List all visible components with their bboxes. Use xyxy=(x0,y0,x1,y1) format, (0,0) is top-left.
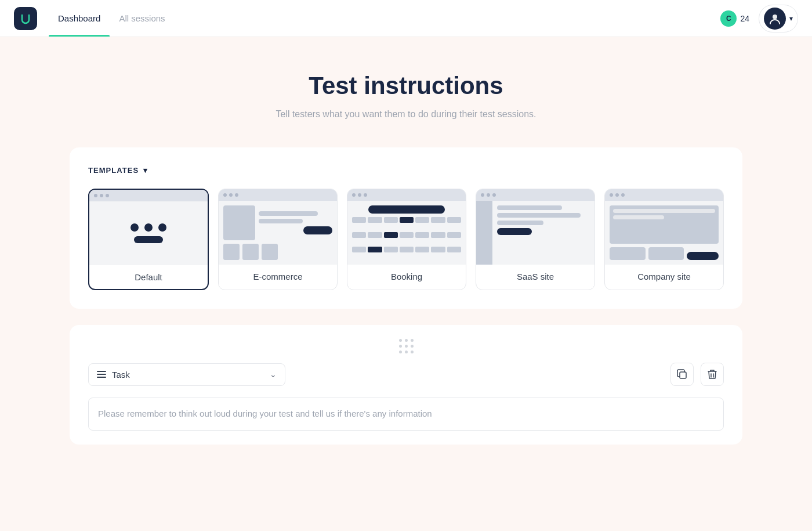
browser-dot xyxy=(492,193,496,197)
hb-line xyxy=(97,374,106,375)
booking-cell xyxy=(415,247,429,252)
booking-cell xyxy=(431,232,445,238)
booking-cell xyxy=(400,247,414,252)
browser-dot xyxy=(235,193,238,197)
booking-cell xyxy=(368,217,382,223)
drag-dot xyxy=(405,339,408,342)
template-item-default[interactable]: Default xyxy=(88,189,209,290)
ecom-line xyxy=(259,219,303,223)
big-dot xyxy=(158,223,166,232)
templates-chevron-icon: ▾ xyxy=(143,166,148,175)
templates-header[interactable]: TEMPLATES ▾ xyxy=(88,166,724,175)
ecom-thumb xyxy=(242,244,259,260)
company-line xyxy=(613,215,664,219)
saas-line xyxy=(497,221,543,225)
company-block xyxy=(610,247,646,260)
dots-row xyxy=(130,223,166,232)
navbar: Dashboard All sessions C 24 ▾ xyxy=(0,0,812,37)
task-type-selector[interactable]: Task ⌄ xyxy=(88,363,285,386)
booking-cell xyxy=(384,217,398,223)
browser-dot xyxy=(364,193,367,197)
ecom-thumb xyxy=(262,244,278,260)
template-item-company[interactable]: Company site xyxy=(604,189,724,290)
preview-content xyxy=(476,201,594,265)
booking-cell xyxy=(384,232,398,238)
pill xyxy=(134,236,163,243)
browser-bar xyxy=(605,189,723,201)
preview-content xyxy=(89,201,208,265)
booking-header xyxy=(368,205,445,214)
company-button xyxy=(687,252,719,260)
booking-cell xyxy=(431,247,445,252)
template-preview-booking xyxy=(347,189,466,265)
browser-dot xyxy=(487,193,490,197)
nav-tab-all-sessions[interactable]: All sessions xyxy=(110,0,174,37)
booking-cell xyxy=(447,247,461,252)
drag-dot xyxy=(411,345,414,348)
nav-tabs: Dashboard All sessions xyxy=(49,0,720,37)
browser-dot xyxy=(106,194,109,197)
booking-cell xyxy=(352,217,366,223)
nav-tab-dashboard[interactable]: Dashboard xyxy=(49,0,110,37)
drag-dot xyxy=(399,351,402,353)
nav-right: C 24 ▾ xyxy=(720,5,798,32)
copy-button[interactable] xyxy=(670,363,694,386)
template-item-ecommerce[interactable]: E-commerce xyxy=(218,189,338,290)
drag-dot xyxy=(399,345,402,348)
booking-cell xyxy=(415,232,429,238)
browser-dot xyxy=(229,193,233,197)
trash-icon xyxy=(707,369,717,380)
ecom-thumb xyxy=(223,244,240,260)
browser-dot xyxy=(100,194,103,197)
svg-point-0 xyxy=(773,15,777,19)
template-item-booking[interactable]: Booking xyxy=(347,189,466,290)
booking-cell xyxy=(400,217,414,223)
ecom-bottom xyxy=(223,244,332,260)
hb-line xyxy=(97,371,106,372)
booking-grid xyxy=(352,217,461,260)
ecom-line xyxy=(259,211,318,216)
avatar xyxy=(764,8,786,30)
drag-handle[interactable] xyxy=(88,339,724,353)
booking-cell xyxy=(431,217,445,223)
browser-dot xyxy=(621,193,625,197)
hb-line xyxy=(97,377,106,378)
booking-cell xyxy=(400,232,414,238)
template-preview-saas xyxy=(476,189,594,265)
svg-rect-1 xyxy=(680,372,686,378)
delete-button[interactable] xyxy=(701,363,724,386)
company-line xyxy=(613,209,715,213)
app-logo[interactable] xyxy=(14,7,37,30)
booking-cell xyxy=(415,217,429,223)
template-preview-default xyxy=(89,190,208,265)
browser-dot xyxy=(94,194,97,197)
browser-dot xyxy=(352,193,356,197)
browser-dot xyxy=(223,193,227,197)
big-dot xyxy=(130,223,139,232)
booking-cell xyxy=(368,232,382,238)
task-actions xyxy=(670,363,724,386)
browser-dot xyxy=(615,193,619,197)
ecom-button xyxy=(303,226,332,234)
template-label-company: Company site xyxy=(605,265,723,288)
preview-content xyxy=(605,201,723,265)
drag-dot xyxy=(411,339,414,342)
template-item-saas[interactable]: SaaS site xyxy=(476,189,595,290)
drag-dot xyxy=(405,351,408,353)
main-content: Test instructions Tell testers what you … xyxy=(0,37,812,468)
hamburger-icon xyxy=(97,371,106,378)
credits-icon: C xyxy=(720,10,737,27)
task-editor-card: Task ⌄ Please remember to think out loud… xyxy=(70,325,742,445)
templates-grid: Default xyxy=(88,189,724,290)
user-menu[interactable]: ▾ xyxy=(759,5,798,32)
browser-dot xyxy=(610,193,613,197)
template-preview-ecommerce xyxy=(219,189,337,265)
templates-card: TEMPLATES ▾ xyxy=(70,147,742,309)
big-dot xyxy=(144,223,153,232)
chevron-down-icon: ▾ xyxy=(789,15,793,23)
credits-count: 24 xyxy=(740,14,749,23)
ecom-lines xyxy=(259,205,332,240)
saas-pill xyxy=(497,228,532,235)
company-hero xyxy=(610,205,719,244)
saas-line xyxy=(497,205,562,210)
